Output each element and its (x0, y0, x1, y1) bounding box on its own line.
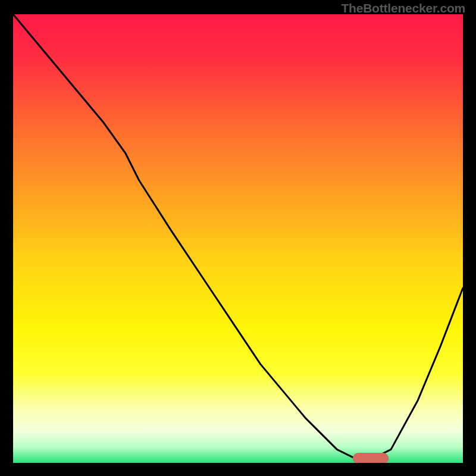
chart-container: TheBottlenecker.com (0, 0, 476, 476)
watermark-text: TheBottlenecker.com (341, 1, 465, 15)
chart-svg (13, 14, 463, 463)
optimal-range-marker (353, 453, 389, 463)
chart-plot (13, 14, 463, 463)
chart-background (13, 14, 463, 463)
